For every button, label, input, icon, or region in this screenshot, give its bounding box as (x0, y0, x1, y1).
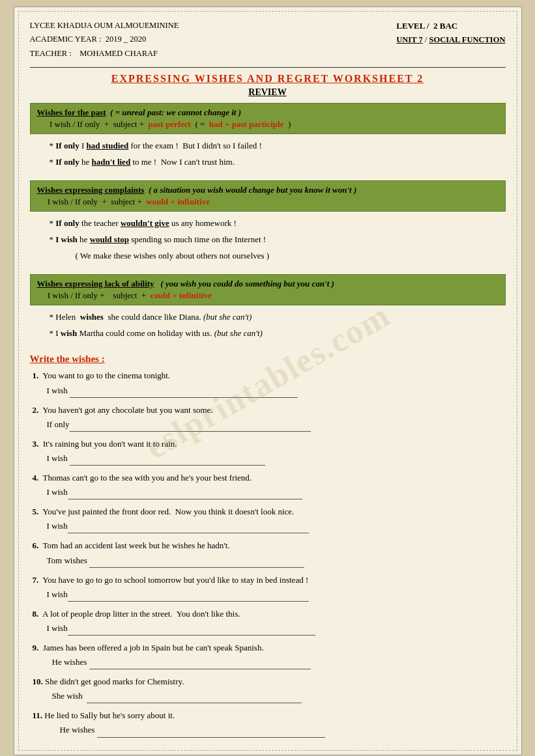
answer-line-8 (68, 625, 315, 636)
exercise-item-3: 3. It's raining but you don't want it to… (30, 437, 506, 466)
box1-examples: * If only I had studied for the exam ! B… (30, 134, 506, 176)
box2-formula: I wish / If only + subject + would + inf… (37, 197, 499, 207)
box3-formula: I wish / If only + subject + could + inf… (37, 290, 499, 301)
answer-line-11 (97, 727, 325, 738)
exercise-item-9: 9. James has been offered a job in Spain… (30, 641, 506, 669)
answer-line-7 (68, 591, 309, 602)
exercise-item-5: 5. You've just painted the front door re… (30, 505, 506, 533)
write-section-title: Write the wishes : (30, 354, 506, 365)
example-line: * Helen wishes she could dance like Dian… (50, 309, 493, 324)
example-line: * If only the teacher wouldn't give us a… (50, 216, 493, 231)
answer-line-3 (70, 455, 265, 466)
exercise-item-8: 8. A lot of people drop litter in the st… (30, 607, 506, 636)
box2-examples: * If only the teacher wouldn't give us a… (30, 212, 506, 270)
header-left: LYCEE KHADIJA OUM ALMOUEMININE ACADEMIC … (30, 19, 179, 61)
exercise-list: 1. You want to go to the cinema tonight.… (30, 369, 506, 737)
header-divider (30, 67, 506, 68)
box1-title: Wishes for the past ( = unreal past: we … (37, 107, 499, 118)
green-box-1: Wishes for the past ( = unreal past: we … (30, 103, 506, 134)
exercise-item-4: 4. Thomas can't go to the sea with you a… (30, 471, 506, 499)
green-box-2: Wishes expressing complaints ( a situati… (30, 180, 506, 212)
teacher-line: TEACHER : MOHAMED CHARAF (30, 47, 179, 61)
answer-line-6 (89, 557, 304, 568)
review-label: REVIEW (30, 87, 506, 98)
section-wishes-ability: Wishes expressing lack of ability ( you … (30, 274, 506, 348)
example-line: * If only he hadn't lied to me ! Now I c… (50, 154, 493, 169)
unit-line: UNIT 7 / SOCIAL FUNCTION (396, 33, 505, 47)
answer-line-5 (68, 523, 309, 533)
section-wishes-complaints: Wishes expressing complaints ( a situati… (30, 180, 506, 270)
example-line: ( We make these wishes only about others… (76, 248, 493, 263)
answer-line-4 (68, 489, 302, 499)
answer-line-10 (87, 693, 302, 703)
exercise-item-7: 7. You have to go to go to school tomorr… (30, 573, 506, 602)
worksheet-page: eslprintables.com LYCEE KHADIJA OUM ALMO… (14, 7, 522, 755)
academic-year-line: ACADEMIC YEAR : 2019 _ 2020 (30, 33, 179, 46)
worksheet-title: EXPRESSING WISHES AND REGRET WORKSHEET 2 (30, 73, 506, 85)
section-wishes-past: Wishes for the past ( = unreal past: we … (30, 103, 506, 176)
exercise-item-11: 11. He lied to Sally but he's sorry abou… (30, 708, 506, 737)
exercise-item-1: 1. You want to go to the cinema tonight.… (30, 369, 506, 397)
header: LYCEE KHADIJA OUM ALMOUEMININE ACADEMIC … (30, 19, 506, 61)
example-line: * If only I had studied for the exam ! B… (50, 138, 493, 153)
answer-line-9 (89, 659, 311, 669)
example-line: * I wish he would stop spending so much … (50, 232, 493, 247)
box1-formula: I wish / If only + subject + past perfec… (37, 119, 499, 130)
example-line: * I wish Martha could come on holiday wi… (50, 326, 493, 341)
green-box-3: Wishes expressing lack of ability ( you … (30, 274, 506, 305)
answer-line-1 (70, 387, 298, 398)
exercise-item-2: 2. You haven't got any chocolate but you… (30, 403, 506, 432)
header-right: LEVEL / 2 BAC UNIT 7 / SOCIAL FUNCTION (396, 19, 505, 61)
exercise-item-6: 6. Tom had an accident last week but he … (30, 539, 506, 567)
box3-title: Wishes expressing lack of ability ( you … (37, 279, 499, 289)
school-name: LYCEE KHADIJA OUM ALMOUEMININE (30, 19, 179, 33)
exercise-item-10: 10. She didn't get good marks for Chemis… (30, 675, 506, 703)
answer-line-2 (70, 421, 311, 432)
box2-title: Wishes expressing complaints ( a situati… (37, 185, 499, 195)
level-line: LEVEL / 2 BAC (396, 19, 505, 33)
box3-examples: * Helen wishes she could dance like Dian… (30, 305, 506, 348)
